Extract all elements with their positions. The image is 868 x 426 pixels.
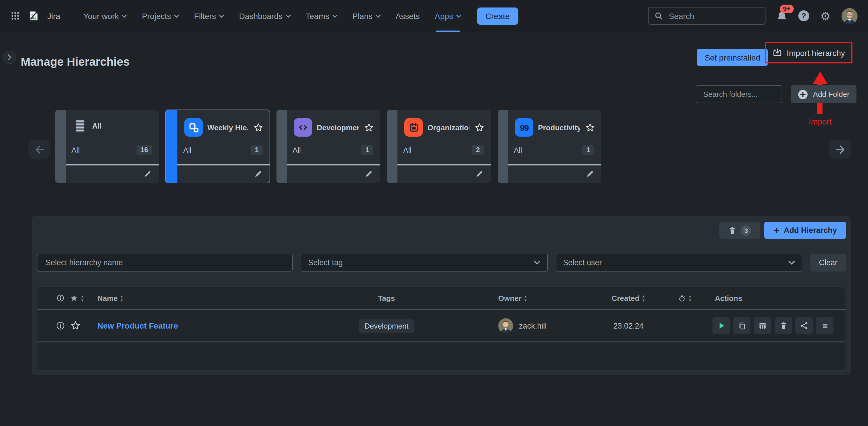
star-icon — [70, 294, 78, 302]
folder-card-divider — [177, 164, 270, 166]
user-select[interactable]: Select user — [556, 254, 802, 272]
nav-item-projects[interactable]: Projects — [142, 0, 179, 32]
column-name-sortable[interactable]: Name ▲▼ — [97, 294, 300, 302]
run-play-button[interactable] — [712, 317, 730, 334]
folder-scope: All — [71, 146, 80, 154]
chevron-right-icon — [7, 54, 11, 60]
hierarchy-name-input[interactable] — [44, 258, 285, 267]
nav-item-plans[interactable]: Plans — [352, 0, 381, 32]
folder-count-badge: 1 — [583, 145, 594, 155]
folder-card-all[interactable]: All All 16 — [55, 110, 159, 183]
stopwatch-icon — [678, 294, 686, 302]
folders-search-input[interactable] — [702, 89, 776, 99]
plus-icon: + — [774, 226, 779, 235]
column-star-sortable[interactable]: ▲▼ — [70, 294, 97, 302]
stack-icon — [72, 118, 88, 133]
row-actions — [701, 317, 833, 334]
column-tags: Tags — [300, 294, 473, 302]
owner-avatar — [498, 318, 513, 333]
hierarchies-table: ▲▼ Name ▲▼ Tags Owner ▲▼ Created — [37, 286, 846, 371]
play-icon — [716, 321, 726, 330]
copy-button[interactable] — [733, 317, 750, 334]
row-info-icon[interactable] — [56, 321, 65, 330]
folder-count-badge: 2 — [472, 145, 484, 155]
star-icon[interactable] — [364, 122, 374, 133]
folder-name: Organization — [427, 123, 469, 132]
menu-button[interactable] — [816, 317, 833, 334]
add-folder-button[interactable]: Add Folder — [791, 85, 857, 103]
bulk-delete-button[interactable]: 3 — [720, 222, 760, 239]
folder-card-divider — [397, 164, 491, 166]
folder-card-strip — [55, 110, 66, 183]
annotation-highlight-box: Import hierarchy — [765, 42, 852, 63]
folder-scope: All — [183, 146, 191, 154]
share-button[interactable] — [796, 317, 813, 334]
clear-filters-button[interactable]: Clear — [810, 254, 846, 272]
folder-card-strip — [498, 110, 508, 183]
nav-item-your-work[interactable]: Your work — [83, 0, 127, 32]
settings-gear-icon[interactable]: ⚙ — [820, 10, 831, 22]
column-timer-sortable[interactable]: ▲▼ — [669, 294, 701, 302]
column-owner-sortable[interactable]: Owner ▲▼ — [473, 294, 588, 302]
folder-name: All — [92, 121, 153, 130]
folder-card-weekly[interactable]: Weekly Hie... All 1 — [166, 110, 270, 183]
folder-count-badge: 1 — [251, 145, 262, 155]
delete-row-button[interactable] — [775, 317, 792, 334]
code-icon — [294, 118, 312, 137]
edit-pencil-icon[interactable] — [254, 169, 262, 178]
edit-pencil-icon[interactable] — [475, 169, 484, 178]
global-search-input[interactable] — [668, 11, 759, 21]
hierarchy-name-filter[interactable] — [37, 254, 292, 272]
broken-image-logo-icon — [28, 10, 39, 21]
create-button[interactable]: Create — [476, 7, 518, 25]
delete-count-badge: 3 — [741, 225, 751, 235]
share-icon — [800, 321, 809, 330]
layout-icon — [184, 118, 203, 137]
nav-item-teams[interactable]: Teams — [306, 0, 337, 32]
carousel-right-arrow[interactable] — [829, 140, 851, 159]
folder-card-productivity[interactable]: 99 Productivity All 1 — [498, 110, 601, 183]
star-icon[interactable] — [585, 122, 595, 133]
set-preinstalled-button[interactable]: Set preinstalled — [697, 49, 768, 66]
help-icon[interactable]: ? — [798, 10, 809, 21]
folder-card-organization[interactable]: Organization All 2 — [387, 110, 491, 183]
search-icon — [654, 11, 663, 20]
edit-pencil-icon[interactable] — [586, 169, 594, 178]
column-created-sortable[interactable]: Created ▲▼ — [588, 294, 669, 302]
jira-app: Jira Your work Projects Filters Dashboar… — [0, 0, 868, 426]
edit-pencil-icon[interactable] — [144, 169, 152, 178]
main-content: Manage Hierarchies Set preinstalled Impo… — [0, 32, 868, 426]
folder-scope: All — [514, 146, 522, 154]
star-icon[interactable] — [253, 122, 264, 133]
folder-cards: All All 16 Weekly Hie... — [55, 110, 601, 183]
nav-item-apps[interactable]: Apps — [435, 0, 461, 32]
nav-item-assets[interactable]: Assets — [396, 0, 420, 32]
expand-sidebar-button[interactable] — [3, 51, 16, 64]
global-search[interactable] — [648, 7, 766, 25]
folder-card-strip-selected — [166, 110, 177, 183]
nav-item-filters[interactable]: Filters — [194, 0, 224, 32]
edit-pencil-icon[interactable] — [365, 169, 373, 178]
table-icon — [758, 321, 767, 330]
copy-icon — [738, 321, 746, 330]
add-hierarchy-button[interactable]: + Add Hierarchy — [765, 222, 846, 239]
carousel-left-arrow[interactable] — [28, 140, 50, 159]
folder-name: Development — [317, 123, 359, 132]
folders-search[interactable] — [696, 85, 782, 103]
star-icon[interactable] — [474, 122, 485, 133]
folder-name: Productivity — [538, 123, 580, 132]
notifications-bell-icon[interactable]: 9+ — [776, 10, 787, 22]
app-switcher-grid-icon[interactable] — [10, 11, 20, 21]
nav-item-dashboards[interactable]: Dashboards — [239, 0, 290, 32]
tag-select[interactable]: Select tag — [301, 254, 548, 272]
folder-card-strip — [387, 110, 397, 183]
import-hierarchy-button[interactable]: Import hierarchy — [772, 48, 845, 58]
tag-chip: Development — [359, 319, 414, 332]
row-star-icon[interactable] — [70, 320, 81, 332]
hierarchy-name-link[interactable]: New Product Feature — [97, 321, 178, 330]
menu-icon — [820, 321, 829, 330]
table-view-button[interactable] — [754, 317, 771, 334]
chevron-down-icon — [332, 14, 338, 18]
folder-card-development[interactable]: Development All 1 — [276, 110, 380, 183]
user-avatar[interactable] — [841, 8, 858, 24]
